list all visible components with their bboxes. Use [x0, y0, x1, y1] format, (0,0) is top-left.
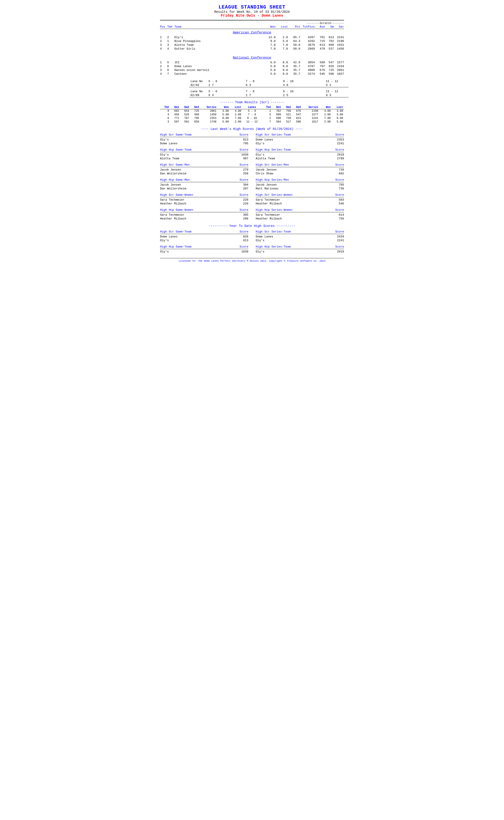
- lane-range-910-1: 9 - 10: [282, 79, 324, 83]
- standing-tm: 7: [167, 72, 174, 76]
- hs-name: Dan Wollersheim: [160, 172, 186, 175]
- hs-name: Alotta Team: [256, 157, 275, 160]
- hs-score: 1039: [241, 250, 248, 253]
- standing-won: 7.0: [263, 43, 276, 47]
- hs-score-label: Score: [240, 148, 248, 151]
- standing-totpins: 4207: [300, 36, 315, 39]
- hs-entry-row: Dan Wollersheim258: [160, 172, 248, 175]
- standing-tm: 6: [167, 65, 174, 68]
- footer: Licensed To: The Dome Lanes Perfect Secr…: [160, 258, 344, 262]
- team-results-title: ------- Team Results (Scr) -------: [160, 101, 344, 104]
- standing-row: 3 8 Hansen onion martell 5.0 9.0 35.7 40…: [160, 68, 344, 72]
- hs-category-title: High Hcp Game-Team: [160, 148, 191, 151]
- page-subtitle: Results for Week No. 19 of 33 01/26/2024: [160, 10, 344, 14]
- national-conference-standings: 1 5 JCI 6.0 8.0 42.9 3054 509 547 1577 2…: [160, 61, 344, 76]
- top-divider: [160, 20, 344, 20]
- standing-gm: 762: [325, 39, 334, 43]
- hs-name: Sara Techmeier: [256, 198, 280, 202]
- hs-score: 756: [339, 217, 344, 220]
- hs-name: Dome Lanes: [160, 235, 177, 238]
- standing-ser: 1657: [334, 72, 344, 76]
- standing-tm: 4: [167, 47, 174, 50]
- hs-score-label: Score: [335, 230, 344, 233]
- hs-name: Chris Shaw: [256, 172, 273, 175]
- hs-pair-row: High Scr Game-WomenScoreSara Techmeier22…: [160, 193, 344, 206]
- standing-ave: 545: [315, 72, 325, 76]
- hs-column: High Hcp Series-TeamScoreOly's2919Alotta…: [256, 148, 344, 160]
- hs-score: 997: [243, 157, 248, 160]
- standing-row: 1 2 Oly's 12.0 2.0 85.7 4207 701 813 224…: [160, 35, 344, 39]
- col-seriesb-h: Series: [302, 105, 319, 109]
- hs-entry-row: Heather Milbach546: [256, 202, 344, 206]
- standing-totpins: 2869: [300, 47, 315, 50]
- hs-score: 279: [243, 168, 248, 171]
- hs-name: Dome Lanes: [256, 138, 273, 141]
- hs-entry-row: Dome Lanes795: [160, 142, 248, 145]
- standing-ave: 715: [315, 39, 325, 43]
- hs-score-label: Score: [335, 148, 344, 151]
- hs-pair-row: High Hcp Game-MenScoreJacob Jensen304Dan…: [160, 178, 344, 191]
- table-row: 3 597 501 650 1748 5.00 2.00 11 - 12 7 5…: [160, 120, 344, 124]
- lane-val-1112-2: 8 3: [324, 93, 348, 97]
- ytd-container: High Scr Game-TeamScoreDome Lanes826Oly'…: [160, 230, 344, 254]
- standing-tm: 5: [167, 61, 174, 64]
- hs-name: Jacob Jensen: [160, 168, 181, 171]
- hs-category-header: High Hcp Game-TeamScore: [160, 245, 248, 249]
- standing-won: 7.0: [263, 47, 276, 50]
- lane-range-78-1: 7 - 8: [244, 79, 282, 83]
- standing-gm: 725: [325, 68, 334, 72]
- col-tm: Tm#: [167, 25, 174, 29]
- ytd-title: ---------- Year To Date High Scores ----…: [160, 224, 344, 228]
- hs-score: 583: [339, 198, 344, 202]
- standing-totpins: 3054: [300, 61, 315, 64]
- hs-name: Jacob Jensen: [160, 183, 181, 186]
- lane-val-78-1: 6 3: [244, 83, 282, 87]
- hs-score: 258: [243, 172, 248, 175]
- lane-val-56-1: 2 7: [207, 83, 244, 87]
- hs-column: High Hcp Series-TeamScoreOly's2919: [256, 245, 344, 254]
- hs-entry-row: Jacob Jensen795: [256, 183, 344, 187]
- hs-score: 2241: [337, 142, 344, 145]
- col-lostb-h: Lost: [332, 105, 344, 109]
- lane-date-row-1: 02/02 2 7 6 3 4 8 5 1: [189, 83, 348, 87]
- col-wonb-h: Won: [319, 105, 331, 109]
- hs-entry-row: Oly's1039: [160, 250, 248, 254]
- hs-entry-row: Sara Techmeier305: [160, 213, 248, 217]
- hs-score-label: Score: [335, 133, 344, 136]
- standing-pos: 2: [160, 39, 167, 43]
- col-ser: Ser: [334, 25, 344, 29]
- hs-pair-row: High Hcp Game-TeamScoreOly's1039Alotta T…: [160, 148, 344, 160]
- lane-val-56-2: 6 4: [207, 93, 244, 97]
- hs-column: High Scr Series-TeamScoreDome Lanes2434O…: [256, 230, 344, 242]
- hs-name: Dome Lanes: [160, 142, 177, 145]
- hs-entry-row: Oly's1039: [160, 153, 248, 157]
- hs-category-header: High Scr Series-TeamScore: [256, 230, 344, 234]
- col-pct: Pct: [288, 25, 300, 29]
- hs-entry-row: Oly's2241: [256, 142, 344, 145]
- hs-entry-row: Oly's813: [160, 138, 248, 142]
- league-name: Friday Nite Owls - Dome Lanes: [160, 14, 344, 18]
- hs-score: 226: [243, 202, 248, 205]
- hs-score: 720: [339, 168, 344, 171]
- hs-column: High Hcp Game-WomenScoreSara Techmeier30…: [160, 208, 248, 221]
- standing-lost: 9.0: [276, 65, 288, 68]
- standing-row: 2 1 Blue Pineapples 9.0 5.0 64.3 4292 71…: [160, 39, 344, 43]
- hs-score-label: Score: [335, 193, 344, 197]
- hs-column: High Hcp Game-TeamScoreOly's1039: [160, 245, 248, 254]
- col-lost: Lost: [276, 25, 288, 29]
- hs-category-header: High Hcp Game-MenScore: [160, 178, 248, 182]
- hs-column: High Hcp Game-MenScoreJacob Jensen304Dan…: [160, 178, 248, 191]
- standing-won: 6.0: [263, 61, 276, 64]
- hs-category-title: High Scr Series-Women: [256, 193, 292, 197]
- hs-column: High Hcp Series-MenScoreJacob Jensen795M…: [256, 178, 344, 191]
- standing-ave: 478: [315, 47, 325, 50]
- hs-category-title: High Hcp Series-Women: [256, 208, 292, 212]
- hs-pair-row: High Hcp Game-WomenScoreSara Techmeier30…: [160, 208, 344, 221]
- hs-name: Heather Milbach: [256, 202, 282, 205]
- hs-column: High Scr Series-TeamScoreDome Lanes2353O…: [256, 133, 344, 145]
- hs-name: Oly's: [256, 239, 264, 242]
- hs-column: High Scr Game-TeamScoreOly's813Dome Lane…: [160, 133, 248, 145]
- standing-won: 9.0: [263, 39, 276, 43]
- standing-pct: 35.7: [288, 72, 300, 76]
- standing-ser: 1577: [334, 61, 344, 64]
